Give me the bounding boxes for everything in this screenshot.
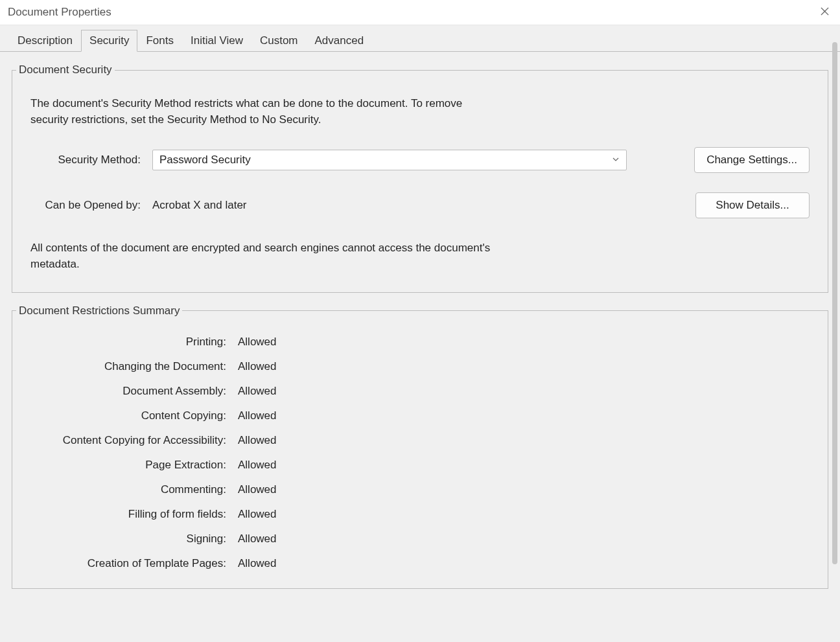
tab-advanced[interactable]: Advanced (307, 30, 373, 52)
security-method-label: Security Method: (30, 154, 141, 166)
restriction-label: Filling of form fields: (30, 508, 226, 521)
scrollbar-thumb[interactable] (832, 42, 837, 564)
chevron-down-icon (612, 154, 620, 166)
restriction-label: Changing the Document: (30, 360, 226, 373)
tab-initial-view[interactable]: Initial View (182, 30, 251, 52)
restriction-value: Allowed (238, 483, 277, 496)
vertical-scrollbar[interactable] (830, 42, 839, 564)
restriction-value: Allowed (238, 533, 277, 545)
close-button[interactable] (817, 5, 832, 20)
security-description: The document's Security Method restricts… (30, 96, 484, 128)
tab-strip: Description Security Fonts Initial View … (0, 25, 840, 51)
opened-by-value: Acrobat X and later (152, 199, 247, 212)
encryption-note: All contents of the document are encrypt… (30, 240, 510, 272)
restriction-label: Printing: (30, 336, 226, 349)
restriction-label: Page Extraction: (30, 459, 226, 472)
restriction-row: Document Assembly: Allowed (30, 385, 810, 398)
restrictions-legend: Document Restrictions Summary (16, 304, 182, 317)
restriction-value: Allowed (238, 360, 277, 373)
show-details-button[interactable]: Show Details... (695, 192, 810, 218)
window-title: Document Properties (8, 6, 111, 19)
document-security-group: Document Security The document's Securit… (12, 63, 828, 293)
restriction-row: Signing: Allowed (30, 533, 810, 545)
restriction-value: Allowed (238, 409, 277, 422)
security-method-select[interactable]: Password Security (152, 150, 627, 170)
restrictions-summary-group: Document Restrictions Summary Printing: … (12, 304, 828, 589)
restriction-row: Content Copying for Accessibility: Allow… (30, 434, 810, 447)
tab-description[interactable]: Description (9, 30, 81, 52)
restriction-row: Filling of form fields: Allowed (30, 508, 810, 521)
restriction-value: Allowed (238, 434, 277, 447)
security-panel: Document Security The document's Securit… (0, 51, 840, 642)
restriction-label: Document Assembly: (30, 385, 226, 398)
restriction-label: Creation of Template Pages: (30, 557, 226, 570)
restriction-value: Allowed (238, 508, 277, 521)
restriction-row: Commenting: Allowed (30, 483, 810, 496)
restriction-row: Content Copying: Allowed (30, 409, 810, 422)
title-bar: Document Properties (0, 0, 840, 25)
restriction-value: Allowed (238, 385, 277, 398)
restriction-value: Allowed (238, 336, 277, 349)
security-method-value: Password Security (159, 154, 251, 166)
restriction-row: Creation of Template Pages: Allowed (30, 557, 810, 570)
restriction-row: Changing the Document: Allowed (30, 360, 810, 373)
dialog-content: Description Security Fonts Initial View … (0, 25, 840, 642)
restriction-row: Page Extraction: Allowed (30, 459, 810, 472)
restriction-value: Allowed (238, 557, 277, 570)
restriction-value: Allowed (238, 459, 277, 472)
change-settings-button[interactable]: Change Settings... (694, 147, 810, 173)
restriction-label: Content Copying: (30, 409, 226, 422)
opened-by-label: Can be Opened by: (30, 199, 141, 212)
tab-custom[interactable]: Custom (251, 30, 307, 52)
tab-fonts[interactable]: Fonts (137, 30, 182, 52)
tab-security[interactable]: Security (81, 30, 137, 52)
restriction-label: Commenting: (30, 483, 226, 496)
restriction-row: Printing: Allowed (30, 336, 810, 349)
close-icon (820, 6, 830, 19)
restriction-label: Signing: (30, 533, 226, 545)
restriction-label: Content Copying for Accessibility: (30, 434, 226, 447)
document-security-legend: Document Security (16, 63, 115, 76)
